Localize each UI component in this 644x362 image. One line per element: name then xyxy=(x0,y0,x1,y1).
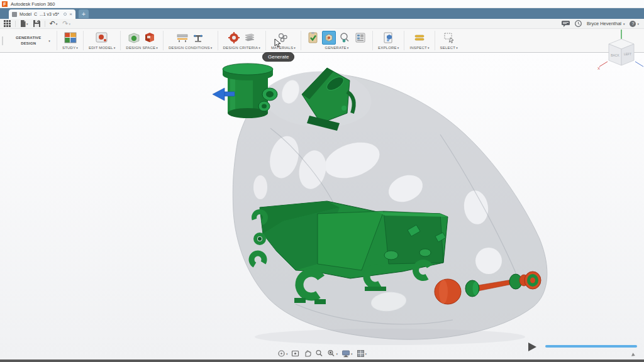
file-menu-icon[interactable]: ▾ xyxy=(18,19,31,28)
generate-tooltip: Generate xyxy=(262,52,294,62)
app-grid-icon[interactable] xyxy=(1,19,13,28)
workspace-caret: ▾ xyxy=(48,39,50,43)
undo-icon[interactable]: ↶ ▾ xyxy=(47,19,60,28)
x-axis-line xyxy=(599,62,608,67)
document-icon xyxy=(12,12,17,17)
document-tab-label: Model_C_...1 v3 v5* xyxy=(19,12,61,16)
mouse-cursor xyxy=(274,38,281,50)
z-axis-line xyxy=(635,62,643,67)
fusion-logo-icon: F xyxy=(2,1,8,7)
ribbon-group-materials: MATERIALS▾ xyxy=(267,29,299,52)
notifications-clock-icon[interactable] xyxy=(575,18,582,30)
edit-model-dropdown[interactable]: EDIT MODEL▾ xyxy=(89,46,115,50)
save-icon[interactable] xyxy=(31,19,43,28)
ribbon-group-inspect: INSPECT▾ xyxy=(406,29,433,52)
bottom-strip xyxy=(0,359,644,362)
ribbon-grip[interactable] xyxy=(0,29,5,52)
ribbon-group-explore: EXPLORE▾ xyxy=(374,29,402,52)
objectives-icon[interactable] xyxy=(227,31,241,45)
select-dropdown[interactable]: SELECT▾ xyxy=(440,46,458,50)
active-document-tab[interactable]: Model_C_...1 v3 v5* × xyxy=(9,9,75,19)
ribbon-group-select: SELECT▾ xyxy=(436,29,462,52)
toolbar-separator xyxy=(15,21,16,27)
ribbon-group-design-conditions: DESIGN CONDITIONS▾ xyxy=(165,29,216,52)
close-tab-button[interactable]: × xyxy=(69,12,72,17)
ribbon-toolbar: GENERATIVE DESIGN ▾ STUDY▾ EDIT MODEL▾ xyxy=(0,29,644,53)
redo-caret: ▾ xyxy=(69,22,70,26)
feedback-icon[interactable] xyxy=(562,18,570,30)
fusion360-window: F Autodesk Fusion 360 Model_C_...1 v3 v5… xyxy=(0,0,644,362)
help-icon: ? xyxy=(630,21,636,27)
navigation-bar: ▾ ▾ ▾ ▾ xyxy=(0,349,644,358)
3d-viewport[interactable]: BACK LEFT X Z ▾ ▾ xyxy=(0,53,644,359)
video-progress-bar[interactable] xyxy=(545,345,637,348)
help-caret: ▾ xyxy=(637,22,639,26)
ribbon-group-generate: GENERATE▾ xyxy=(303,29,371,52)
study-icon[interactable] xyxy=(64,31,77,45)
ribbon-group-study: STUDY▾ xyxy=(58,29,82,52)
generate-dropdown[interactable]: GENERATE▾ xyxy=(325,46,349,50)
toolbar-separator xyxy=(45,21,45,27)
structural-loads-icon[interactable] xyxy=(191,31,205,45)
user-account-menu[interactable]: Bryce Heventhal ▾ xyxy=(587,21,625,26)
preserve-geometry-icon[interactable] xyxy=(127,31,141,45)
orbit-icon[interactable]: ▾ xyxy=(277,349,288,358)
ribbon-group-design-criteria: DESIGN CRITERIA▾ xyxy=(219,29,264,52)
document-tab-strip: Model_C_...1 v3 v5* × + xyxy=(0,8,644,19)
zoom-icon[interactable] xyxy=(315,349,323,358)
new-tab-button[interactable]: + xyxy=(79,9,89,18)
sync-status-icon xyxy=(64,13,67,16)
explore-dropdown[interactable]: EXPLORE▾ xyxy=(378,46,399,50)
ribbon-group-edit-model: EDIT MODEL▾ xyxy=(85,29,119,52)
pre-check-icon[interactable] xyxy=(306,31,320,45)
display-settings-icon[interactable]: ▾ xyxy=(341,349,353,358)
view-cube[interactable]: BACK LEFT X Z xyxy=(595,28,644,75)
user-name: Bryce Heventhal xyxy=(587,21,621,26)
ribbon-group-design-space: DESIGN SPACE▾ xyxy=(122,29,162,52)
viewcube-back-label: BACK xyxy=(611,53,619,57)
design-criteria-dropdown[interactable]: DESIGN CRITERIA▾ xyxy=(223,46,260,50)
undo-caret: ▾ xyxy=(56,22,58,26)
study-dropdown[interactable]: STUDY▾ xyxy=(62,46,78,50)
edit-model-icon[interactable] xyxy=(95,31,109,45)
generative-design-model xyxy=(0,53,644,359)
redo-icon[interactable]: ↷ ▾ xyxy=(60,19,73,28)
user-menu-caret: ▾ xyxy=(623,22,625,26)
x-axis-label: X xyxy=(597,67,600,70)
viewports-icon[interactable]: ▾ xyxy=(357,349,367,358)
help-menu[interactable]: ? ▾ xyxy=(630,21,639,27)
generation-settings-icon[interactable] xyxy=(353,31,367,45)
window-title: Autodesk Fusion 360 xyxy=(11,1,55,7)
file-menu-caret: ▾ xyxy=(26,22,28,26)
workspace-selector[interactable]: GENERATIVE DESIGN ▾ xyxy=(5,29,55,52)
inspect-dropdown[interactable]: INSPECT▾ xyxy=(409,46,429,50)
inspect-icon[interactable] xyxy=(413,31,426,45)
fit-icon[interactable]: ▾ xyxy=(327,349,338,358)
design-conditions-dropdown[interactable]: DESIGN CONDITIONS▾ xyxy=(169,46,212,50)
play-button[interactable] xyxy=(528,343,536,351)
obstacle-geometry-icon[interactable] xyxy=(143,31,157,45)
select-icon[interactable] xyxy=(442,31,456,45)
previewer-icon[interactable] xyxy=(338,31,352,45)
structural-constraints-icon[interactable] xyxy=(175,31,189,45)
look-at-icon[interactable] xyxy=(291,349,299,358)
quick-access-toolbar: ▾ ↶ ▾ ↷ ▾ Bryce Heventhal ▾ ? xyxy=(0,19,644,29)
title-bar: F Autodesk Fusion 360 xyxy=(0,0,644,8)
workspace-label: GENERATIVE DESIGN xyxy=(10,35,47,47)
generate-icon[interactable] xyxy=(322,31,336,45)
pan-icon[interactable] xyxy=(303,349,311,358)
manufacturing-icon[interactable] xyxy=(243,31,257,45)
design-space-dropdown[interactable]: DESIGN SPACE▾ xyxy=(126,46,158,50)
explore-icon[interactable] xyxy=(382,31,396,45)
viewcube-left-label: LEFT xyxy=(624,52,631,56)
